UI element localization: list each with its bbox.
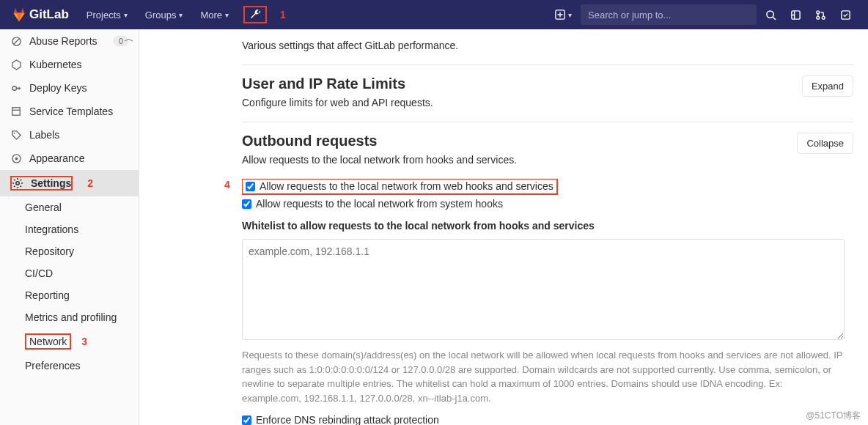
sidebar-sub-general[interactable]: General	[0, 196, 139, 218]
expand-button[interactable]: Expand	[802, 75, 853, 97]
logo[interactable]: GitLab	[12, 7, 69, 22]
outbound-title: Outbound requests	[242, 133, 797, 149]
sidebar-sub-preferences[interactable]: Preferences	[0, 355, 139, 377]
abuse-icon	[10, 35, 22, 47]
plus-square-icon	[555, 10, 565, 20]
annotation-1: 1	[280, 9, 286, 21]
annotation-4: 4	[224, 179, 230, 191]
allow-webhooks-checkbox[interactable]	[246, 182, 255, 191]
chevron-down-icon: ▾	[124, 11, 128, 19]
svg-rect-10	[12, 108, 21, 116]
svg-point-4	[816, 16, 819, 19]
kubernetes-icon	[10, 59, 22, 70]
section-outbound: Outbound requests Allow requests to the …	[242, 122, 853, 425]
whitelist-textarea[interactable]	[242, 239, 845, 340]
search-input[interactable]: Search or jump to...	[581, 4, 757, 25]
template-icon	[10, 106, 22, 117]
collapse-button[interactable]: Collapse	[797, 133, 853, 154]
annotation-3: 3	[81, 336, 87, 347]
sidebar-settings[interactable]: Settings 2	[0, 170, 139, 196]
todos-icon[interactable]	[834, 0, 856, 29]
chevron-down-icon: ▾	[225, 11, 229, 19]
sidebar-sub-metrics[interactable]: Metrics and profiling	[0, 306, 139, 328]
svg-point-1	[766, 10, 773, 17]
topbar-right: ▾ Search or jump to...	[549, 0, 856, 29]
sidebar-sub-network[interactable]: Network 3	[0, 328, 139, 355]
issues-icon[interactable]	[784, 0, 806, 29]
sidebar-labels[interactable]: Labels	[0, 123, 139, 147]
gear-icon	[12, 177, 23, 189]
svg-point-3	[816, 10, 819, 13]
svg-marker-8	[12, 59, 20, 69]
topbar: GitLab Projects▾ Groups▾ More▾ 1 ▾ Searc…	[0, 0, 868, 29]
svg-point-13	[15, 157, 18, 160]
nav-more[interactable]: More▾	[193, 0, 236, 29]
sidebar-sub-cicd[interactable]: CI/CD	[0, 262, 139, 284]
sidebar-kubernetes[interactable]: Kubernetes	[0, 53, 139, 76]
sidebar-abuse-reports[interactable]: Abuse Reports 0	[0, 29, 139, 53]
sidebar: ︿ Abuse Reports 0 Kubernetes Deploy Keys…	[0, 29, 139, 425]
gitlab-icon	[12, 7, 26, 22]
chevron-down-icon: ▾	[179, 11, 183, 19]
nav-groups[interactable]: Groups▾	[138, 0, 191, 29]
section-rate-limits: User and IP Rate Limits Configure limits…	[242, 65, 853, 122]
allow-system-hooks-checkbox[interactable]	[242, 199, 251, 209]
nav-projects[interactable]: Projects▾	[79, 0, 135, 29]
sidebar-service-templates[interactable]: Service Templates	[0, 100, 139, 123]
top-nav: Projects▾ Groups▾ More▾ 1	[79, 0, 286, 29]
sidebar-appearance[interactable]: Appearance	[0, 147, 139, 170]
whitelist-help: Requests to these domain(s)/address(es) …	[242, 348, 845, 405]
sidebar-sub-repository[interactable]: Repository	[0, 240, 139, 262]
admin-area-link[interactable]	[243, 6, 267, 23]
search-icon[interactable]	[760, 0, 781, 29]
key-icon	[10, 82, 22, 94]
sidebar-deploy-keys[interactable]: Deploy Keys	[0, 76, 139, 100]
svg-point-5	[822, 16, 825, 19]
brand-text: GitLab	[29, 7, 69, 22]
enforce-dns-checkbox[interactable]	[242, 415, 251, 425]
svg-point-9	[12, 86, 16, 90]
main-content: 4 Various settings that affect GitLab pe…	[139, 29, 868, 425]
chevron-down-icon: ▾	[568, 11, 572, 19]
rate-limit-title: User and IP Rate Limits	[242, 75, 802, 92]
whitelist-label: Whitelist to allow requests to the local…	[242, 220, 853, 232]
new-menu[interactable]: ▾	[549, 5, 578, 24]
wrench-icon	[249, 9, 261, 21]
appearance-icon	[10, 152, 22, 164]
svg-point-14	[16, 182, 19, 185]
chevron-up-icon[interactable]: ︿	[124, 32, 134, 45]
sidebar-sub-integrations[interactable]: Integrations	[0, 218, 139, 240]
sidebar-sub-reporting[interactable]: Reporting	[0, 284, 139, 306]
merge-requests-icon[interactable]	[809, 0, 831, 29]
section-performance: Various settings that affect GitLab perf…	[242, 29, 853, 51]
annotation-2: 2	[87, 177, 93, 189]
svg-point-11	[13, 132, 15, 133]
watermark: @51CTO博客	[806, 410, 861, 422]
tag-icon	[10, 129, 22, 141]
